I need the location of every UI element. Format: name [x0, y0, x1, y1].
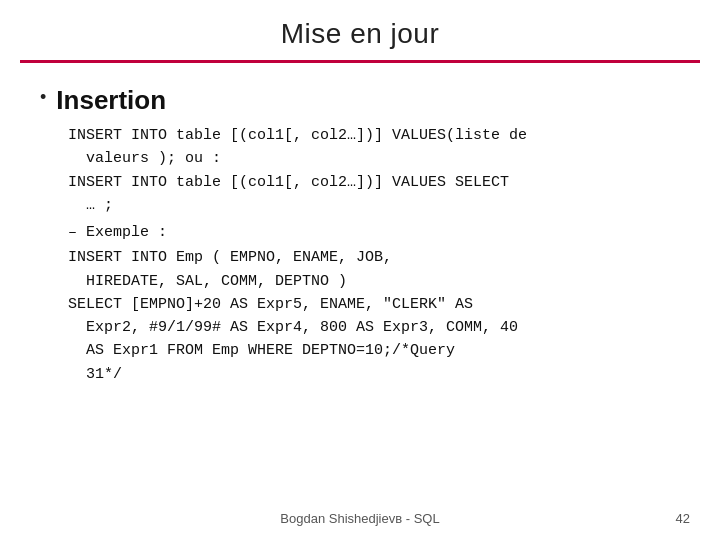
code-line-5: – Exemple : [68, 221, 680, 244]
bullet-section: • Insertion [40, 85, 680, 116]
code-line-9: Expr2, #9/1/99# AS Expr4, 800 AS Expr3, … [68, 316, 680, 339]
code-line-6: INSERT INTO Emp ( EMPNO, ENAME, JOB, [68, 246, 680, 269]
code-line-1: INSERT INTO table [(col1[, col2…])] VALU… [68, 124, 680, 147]
bullet-heading: Insertion [56, 85, 166, 116]
code-line-3: INSERT INTO table [(col1[, col2…])] VALU… [68, 171, 680, 194]
content-area: • Insertion INSERT INTO table [(col1[, c… [0, 63, 720, 540]
footer: Bogdan Shishedjievв - SQL 42 [0, 511, 720, 526]
footer-page: 42 [676, 511, 690, 526]
code-line-10: AS Expr1 FROM Emp WHERE DEPTNO=10;/*Quer… [68, 339, 680, 362]
code-line-4: … ; [68, 194, 680, 217]
code-line-2: valeurs ); ou : [68, 147, 680, 170]
code-block: INSERT INTO table [(col1[, col2…])] VALU… [68, 124, 680, 386]
footer-author: Bogdan Shishedjievв - SQL [0, 511, 720, 526]
code-line-11: 31*/ [68, 363, 680, 386]
slide-container: Mise en jour • Insertion INSERT INTO tab… [0, 0, 720, 540]
code-line-8: SELECT [EMPNO]+20 AS Expr5, ENAME, "CLER… [68, 293, 680, 316]
code-line-7: HIREDATE, SAL, COMM, DEPTNO ) [68, 270, 680, 293]
title-area: Mise en jour [20, 0, 700, 63]
slide-title: Mise en jour [281, 18, 440, 49]
bullet-dot: • [40, 87, 46, 108]
